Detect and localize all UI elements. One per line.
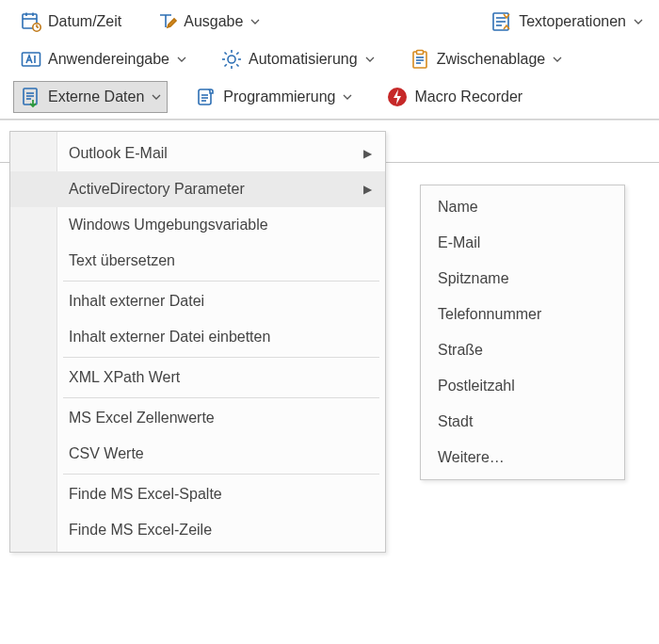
menu-item[interactable]: Outlook E-Mail▶ [10, 136, 385, 171]
chevron-down-icon [343, 94, 352, 100]
clipboard-icon [409, 48, 431, 71]
menu-separator [63, 357, 379, 358]
submenu-item-label: Stadt [438, 413, 473, 430]
clipboard-button[interactable]: Zwischenablage [402, 43, 570, 75]
externaldata-label: Externe Daten [48, 89, 144, 105]
chevron-down-icon [152, 94, 161, 100]
menu-item[interactable]: Windows Umgebungsvariable [10, 207, 385, 243]
userinput-label: Anwendereingabe [48, 51, 169, 68]
submenu-item-label: Weitere… [438, 449, 505, 466]
menu-item[interactable]: Text übersetzen [10, 243, 385, 279]
menu-item-label: Outlook E-Mail [69, 145, 168, 162]
menu-item-label: Finde MS Excel-Zeile [69, 522, 212, 539]
submenu-item[interactable]: E-Mail [421, 225, 624, 261]
menu-item[interactable]: CSV Werte [10, 436, 385, 472]
automation-button[interactable]: Automatisierung [214, 43, 381, 75]
menu-separator [63, 474, 379, 475]
input-box-icon [20, 48, 42, 71]
menu-item-label: MS Excel Zellenwerte [69, 410, 215, 427]
datetime-label: Datum/Zeit [48, 13, 121, 30]
submenu-arrow-icon: ▶ [363, 183, 372, 196]
ribbon-row-1: Datum/Zeit Ausgabe [13, 6, 650, 38]
menu-item-label: Text übersetzen [69, 252, 175, 269]
scroll-icon [195, 86, 217, 108]
submenu-item[interactable]: Straße [421, 332, 624, 368]
calendar-clock-icon [20, 10, 42, 33]
macrorecorder-button[interactable]: Macro Recorder [379, 81, 529, 113]
menu-item[interactable]: Inhalt externer Datei [10, 283, 385, 319]
ribbon-row-2: Anwendereingabe Automatisierung [13, 43, 650, 75]
activedirectory-submenu: NameE-MailSpitznameTelefonnummerStraßePo… [420, 185, 625, 480]
svg-line-18 [225, 53, 227, 55]
submenu-item-label: Postleitzahl [438, 378, 515, 394]
gear-icon [220, 48, 243, 71]
textops-icon [490, 10, 513, 33]
chevron-down-icon [365, 56, 375, 62]
chevron-down-icon [177, 56, 186, 62]
menu-item[interactable]: ActiveDirectory Parameter▶ [10, 171, 385, 207]
submenu-item[interactable]: Spitzname [421, 261, 624, 297]
submenu-item-label: E-Mail [438, 234, 480, 251]
svg-rect-23 [416, 51, 423, 55]
svg-line-20 [225, 64, 227, 66]
submenu-item-label: Telefonnummer [438, 306, 541, 323]
clipboard-label: Zwischenablage [437, 51, 546, 68]
submenu-item-label: Spitzname [438, 270, 509, 287]
ribbon-row-3: Externe Daten Programmierung [13, 81, 650, 113]
chevron-down-icon [553, 56, 562, 62]
menu-item[interactable]: Finde MS Excel-Spalte [10, 476, 385, 512]
textops-label: Textoperationen [519, 13, 626, 30]
menu-item-label: Inhalt externer Datei [69, 293, 204, 310]
menu-item[interactable]: Inhalt externer Datei einbetten [10, 319, 385, 355]
text-edit-icon [155, 10, 178, 33]
datetime-button[interactable]: Datum/Zeit [13, 6, 128, 38]
submenu-item[interactable]: Name [421, 189, 624, 225]
textops-button[interactable]: Textoperationen [484, 6, 650, 38]
submenu-item-label: Straße [438, 342, 483, 359]
svg-point-13 [228, 56, 235, 63]
menu-item-label: XML XPath Wert [69, 369, 180, 386]
externaldata-button[interactable]: Externe Daten [13, 81, 168, 113]
submenu-item[interactable]: Weitere… [421, 440, 624, 475]
output-label: Ausgabe [184, 13, 243, 30]
submenu-item[interactable]: Stadt [421, 404, 624, 440]
menu-item-label: Inhalt externer Datei einbetten [69, 329, 270, 346]
chevron-down-icon [634, 19, 643, 24]
output-button[interactable]: Ausgabe [149, 6, 266, 38]
external-data-icon [20, 86, 42, 108]
automation-label: Automatisierung [249, 51, 358, 68]
ribbon-toolbar: Datum/Zeit Ausgabe [0, 0, 659, 120]
chevron-down-icon [250, 19, 260, 24]
externaldata-menu: Outlook E-Mail▶ActiveDirectory Parameter… [9, 131, 386, 553]
menu-item-label: CSV Werte [69, 445, 144, 462]
submenu-item-label: Name [438, 199, 478, 216]
programming-label: Programmierung [223, 89, 335, 105]
macrorecorder-label: Macro Recorder [414, 89, 522, 105]
programming-button[interactable]: Programmierung [188, 81, 359, 113]
svg-line-19 [236, 64, 238, 66]
svg-line-21 [236, 53, 238, 55]
userinput-button[interactable]: Anwendereingabe [13, 43, 193, 75]
bolt-record-icon [386, 86, 409, 108]
submenu-item[interactable]: Telefonnummer [421, 297, 624, 332]
menu-item[interactable]: MS Excel Zellenwerte [10, 400, 385, 436]
menu-item-label: Finde MS Excel-Spalte [69, 486, 222, 503]
menu-item-label: ActiveDirectory Parameter [69, 181, 245, 198]
menu-separator [63, 281, 379, 282]
menu-item[interactable]: XML XPath Wert [10, 360, 385, 395]
menu-item-label: Windows Umgebungsvariable [69, 217, 268, 233]
submenu-arrow-icon: ▶ [363, 147, 372, 160]
submenu-item[interactable]: Postleitzahl [421, 368, 624, 404]
menu-separator [63, 397, 379, 398]
menu-item[interactable]: Finde MS Excel-Zeile [10, 512, 385, 548]
